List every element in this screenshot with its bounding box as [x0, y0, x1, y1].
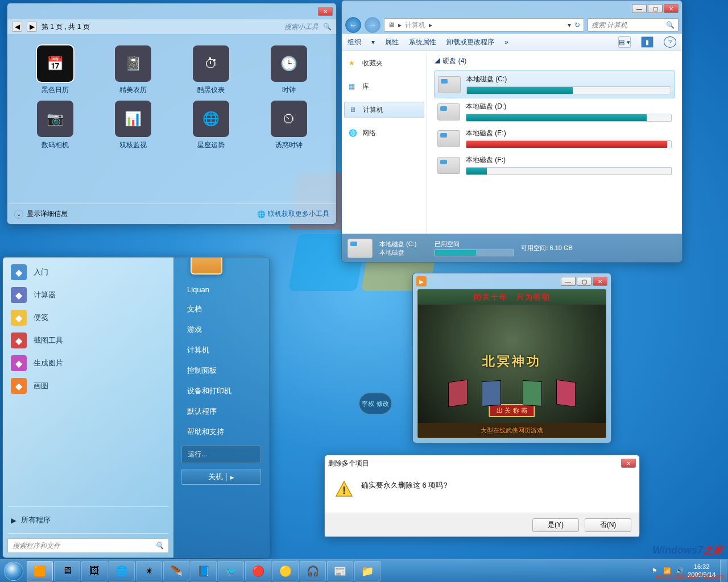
- drive-item-1[interactable]: 本地磁盘 (D:): [434, 98, 675, 125]
- explorer-nav-pane: ★收藏夹▦库🖥计算机🌐网络: [342, 51, 427, 234]
- start-right-item-0[interactable]: Liquan: [181, 280, 261, 299]
- nav-item-star[interactable]: ★收藏夹: [342, 55, 427, 72]
- start-right-item-2[interactable]: 游戏: [181, 319, 261, 340]
- back-button[interactable]: ←: [345, 17, 361, 33]
- gadgets-search-placeholder[interactable]: 搜索小工具: [284, 22, 318, 32]
- start-right-item-5[interactable]: 设备和打印机: [181, 381, 261, 401]
- drive-icon: [437, 157, 460, 174]
- maximize-icon[interactable]: ▢: [577, 277, 592, 286]
- toolbar-organize[interactable]: 组织: [348, 38, 361, 47]
- show-details-link[interactable]: 显示详细信息: [27, 209, 68, 219]
- close-icon[interactable]: ✕: [664, 4, 679, 13]
- yes-button[interactable]: 是(Y): [532, 518, 579, 532]
- gadget-label: 星座运势: [197, 140, 225, 150]
- taskbar-item-app6[interactable]: 🟡: [272, 561, 299, 581]
- app-icon: ◆: [11, 287, 27, 303]
- pinned-item-0[interactable]: ◆入门: [5, 261, 171, 284]
- drives-section-header[interactable]: ◢ 硬盘 (4): [434, 54, 675, 70]
- gauge-icon: ⏱: [193, 45, 229, 82]
- search-icon: 🔍: [155, 542, 164, 550]
- toolbar-properties[interactable]: 属性: [385, 38, 399, 47]
- pinned-list: ◆入门◆计算器◆便笺◆截图工具◆生成图片◆画图: [3, 257, 173, 401]
- taskbar-item-explorer[interactable]: 🖥: [54, 561, 80, 581]
- forward-button[interactable]: →: [365, 17, 380, 33]
- user-avatar[interactable]: [191, 257, 222, 275]
- taskbar-item-app8[interactable]: 📰: [327, 561, 353, 581]
- maximize-icon[interactable]: ▢: [648, 4, 663, 13]
- taskbar-item-mediaplayer[interactable]: 🟧: [27, 561, 53, 581]
- view-button[interactable]: ▤ ▾: [618, 36, 631, 48]
- pinned-item-5[interactable]: ◆画图: [5, 375, 171, 397]
- taskbar-item-app5[interactable]: 🔴: [245, 561, 271, 581]
- start-right-item-6[interactable]: 默认程序: [181, 401, 261, 422]
- gadget-item-5[interactable]: 📊双核监视: [102, 101, 163, 150]
- drive-icon: [437, 103, 460, 120]
- author-badge: 李权 修改: [358, 392, 392, 415]
- start-search-input[interactable]: 搜索程序和文件 🔍: [7, 538, 169, 553]
- pinned-item-2[interactable]: ◆便笺: [5, 306, 171, 329]
- gadgets-titlebar[interactable]: ✕: [7, 3, 336, 19]
- close-icon[interactable]: ✕: [318, 7, 333, 16]
- chevron-down-icon[interactable]: ⌄: [14, 210, 23, 219]
- drive-item-3[interactable]: 本地磁盘 (F:): [434, 152, 675, 178]
- computer-icon: 🖥: [349, 106, 358, 115]
- shutdown-button[interactable]: 关机▸: [181, 469, 261, 485]
- gadget-item-6[interactable]: 🌐星座运势: [180, 101, 241, 150]
- media-titlebar[interactable]: ▶ — ▢ ✕: [413, 273, 611, 289]
- media-viewport[interactable]: 闭关十年 只为明朝 北冥神功 出 关 称 霸 大型在线武侠网页游戏: [417, 289, 606, 438]
- dialog-titlebar[interactable]: 删除多个项目 ✕: [325, 455, 639, 471]
- next-page-button[interactable]: ▶: [27, 22, 37, 32]
- gadget-item-3[interactable]: 🕒时钟: [258, 45, 319, 95]
- chevron-down-icon[interactable]: ▾: [568, 21, 571, 29]
- start-button[interactable]: [1, 560, 26, 583]
- taskbar-item-folder[interactable]: 📁: [354, 561, 380, 581]
- close-icon[interactable]: ✕: [593, 277, 607, 286]
- nav-item-library[interactable]: ▦库: [342, 78, 427, 95]
- taskbar-item-browser[interactable]: 🌐: [109, 561, 135, 581]
- taskbar-item-app3[interactable]: 📘: [191, 561, 217, 581]
- play-icon[interactable]: ▶: [416, 276, 427, 286]
- breadcrumb[interactable]: 🖥 ▸ 计算机 ▸ ▾ ↻: [384, 18, 584, 32]
- start-right-item-1[interactable]: 文档: [181, 299, 261, 319]
- close-icon[interactable]: ✕: [621, 459, 636, 468]
- prev-page-button[interactable]: ◀: [12, 22, 22, 32]
- pinned-item-3[interactable]: ◆截图工具: [5, 329, 171, 352]
- help-icon[interactable]: ?: [664, 36, 676, 48]
- pinned-item-1[interactable]: ◆计算器: [5, 284, 171, 306]
- taskbar-item-app2[interactable]: 🪶: [163, 561, 189, 581]
- gadgets-pager: ◀ ▶ 第 1 页 , 共 1 页 搜索小工具 🔍: [7, 19, 336, 34]
- start-right-item-3[interactable]: 计算机: [181, 340, 261, 360]
- gadget-item-4[interactable]: 📷数码相机: [24, 101, 85, 150]
- drive-item-2[interactable]: 本地磁盘 (E:): [434, 125, 675, 152]
- gadgets-grid: 📅黑色日历📓精美农历⏱酷黑仪表🕒时钟📷数码相机📊双核监视🌐星座运势⏲诱惑时钟: [7, 34, 336, 161]
- gadget-item-0[interactable]: 📅黑色日历: [24, 45, 85, 95]
- nav-item-computer[interactable]: 🖥计算机: [344, 102, 424, 118]
- gadget-item-2[interactable]: ⏱酷黑仪表: [180, 45, 241, 95]
- nav-item-network[interactable]: 🌐网络: [342, 125, 427, 142]
- drive-usage-bar: [466, 167, 672, 175]
- get-more-gadgets-link[interactable]: 🌐 联机获取更多小工具: [257, 209, 329, 219]
- toolbar-system-properties[interactable]: 系统属性: [409, 38, 436, 47]
- start-right-item-7[interactable]: 帮助和支持: [181, 422, 261, 442]
- taskbar-item-app4[interactable]: 🐦: [218, 561, 244, 581]
- gadget-item-7[interactable]: ⏲诱惑时钟: [258, 101, 319, 150]
- preview-pane-button[interactable]: ▮: [641, 36, 653, 48]
- taskbar-item-app7[interactable]: 🎧: [300, 561, 326, 581]
- taskbar-item-app1[interactable]: ✴: [136, 561, 162, 581]
- start-right-item-4[interactable]: 控制面板: [181, 360, 261, 381]
- minimize-icon[interactable]: —: [632, 4, 647, 13]
- all-programs-button[interactable]: ▶ 所有程序: [3, 509, 173, 531]
- game-cta-button[interactable]: 出 关 称 霸: [489, 404, 535, 417]
- taskbar-item-desktop[interactable]: 🖼: [81, 561, 107, 581]
- search-icon[interactable]: 🔍: [323, 23, 332, 31]
- refresh-icon[interactable]: ↻: [574, 21, 580, 29]
- drive-item-0[interactable]: 本地磁盘 (C:): [434, 70, 675, 98]
- minimize-icon[interactable]: —: [561, 277, 576, 286]
- explorer-titlebar[interactable]: — ▢ ✕: [342, 1, 682, 16]
- pinned-item-4[interactable]: ◆生成图片: [5, 352, 171, 375]
- explorer-search-input[interactable]: 搜索 计算机 🔍: [588, 18, 679, 32]
- no-button[interactable]: 否(N): [585, 518, 631, 532]
- gadget-item-1[interactable]: 📓精美农历: [102, 45, 163, 95]
- run-input[interactable]: 运行...: [181, 446, 261, 463]
- toolbar-uninstall[interactable]: 卸载或更改程序: [446, 38, 494, 47]
